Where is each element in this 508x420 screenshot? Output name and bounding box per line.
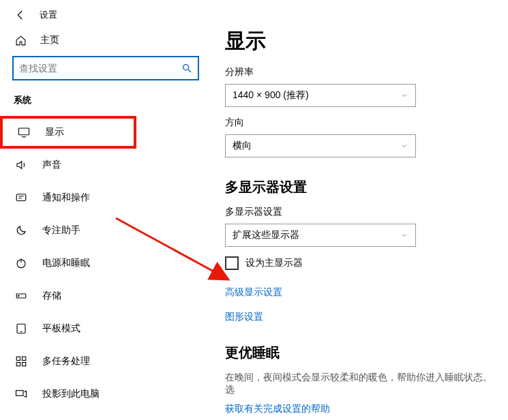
app-title: 设置 [40, 9, 57, 21]
topbar: 设置 [0, 0, 211, 27]
search-box[interactable] [12, 56, 199, 80]
nav-sound[interactable]: 声音 [0, 149, 211, 181]
multi-label: 多显示器设置 [225, 206, 494, 218]
arrow-left-icon [14, 9, 27, 21]
checkbox-icon[interactable] [225, 256, 239, 270]
nav-label: 通知和操作 [42, 192, 90, 204]
section-title: 系统 [0, 94, 211, 112]
nav-focus[interactable]: 专注助手 [0, 214, 211, 247]
chevron-down-icon [400, 142, 408, 150]
multi-heading: 多显示器设置 [225, 178, 494, 196]
multitask-icon [15, 355, 27, 368]
nav-label: 投影到此电脑 [42, 388, 100, 400]
sleep-heading: 更优睡眠 [225, 344, 494, 362]
sidebar: 设置 主页 系统 显示 声音 通知和操作 [0, 0, 211, 420]
main-display-checkbox-row[interactable]: 设为主显示器 [225, 256, 494, 270]
resolution-label: 分辨率 [225, 66, 494, 78]
nav-label: 显示 [45, 126, 64, 138]
nav-tablet[interactable]: 平板模式 [0, 312, 211, 345]
nav-label: 声音 [42, 159, 61, 171]
home-nav[interactable]: 主页 [0, 27, 211, 56]
nav-label: 专注助手 [42, 224, 80, 237]
resolution-select[interactable]: 1440 × 900 (推荐) [225, 84, 416, 107]
search-icon [181, 63, 192, 74]
checkbox-label: 设为主显示器 [245, 257, 303, 269]
nav-notifications[interactable]: 通知和操作 [0, 181, 211, 214]
nav-project[interactable]: 投影到此电脑 [0, 378, 211, 410]
main-content: 显示 分辨率 1440 × 900 (推荐) 方向 横向 多显示器设置 多显示器… [211, 0, 508, 420]
svg-rect-11 [16, 391, 24, 396]
link-sleep-help[interactable]: 获取有关完成设置的帮助 [225, 403, 494, 415]
home-icon [15, 35, 27, 46]
orientation-value: 横向 [233, 140, 252, 152]
multi-select[interactable]: 扩展这些显示器 [225, 224, 416, 247]
resolution-value: 1440 × 900 (推荐) [233, 89, 309, 102]
monitor-icon [18, 126, 30, 138]
tablet-icon [15, 322, 27, 335]
nav-storage[interactable]: 存储 [0, 280, 211, 312]
svg-rect-7 [16, 357, 20, 360]
svg-point-5 [18, 295, 20, 297]
nav-label: 平板模式 [42, 322, 80, 335]
svg-rect-1 [19, 128, 29, 135]
chevron-down-icon [400, 91, 408, 100]
notification-icon [15, 192, 27, 204]
svg-rect-8 [23, 357, 26, 360]
back-button[interactable] [12, 7, 29, 23]
svg-rect-2 [16, 194, 26, 201]
nav-multitask[interactable]: 多任务处理 [0, 345, 211, 378]
svg-rect-9 [16, 363, 20, 366]
nav-label: 存储 [42, 290, 61, 302]
project-icon [15, 388, 27, 400]
nav-label: 多任务处理 [42, 355, 90, 368]
nav-label: 电源和睡眠 [42, 257, 90, 269]
moon-icon [15, 224, 27, 237]
nav-display[interactable]: 显示 [0, 116, 136, 149]
link-advanced-display[interactable]: 高级显示设置 [225, 286, 494, 299]
search-input[interactable] [19, 63, 181, 74]
svg-point-0 [183, 65, 189, 70]
orientation-label: 方向 [225, 117, 494, 129]
storage-icon [15, 290, 27, 302]
sleep-description: 在晚间，夜间模式会显示较柔和的暖色，帮助你进入睡眠状态。选 [225, 372, 494, 396]
link-graphics-settings[interactable]: 图形设置 [225, 311, 494, 323]
sound-icon [15, 159, 27, 171]
multi-value: 扩展这些显示器 [233, 229, 299, 241]
chevron-down-icon [400, 231, 408, 239]
home-label: 主页 [40, 34, 59, 46]
nav-power[interactable]: 电源和睡眠 [0, 247, 211, 280]
orientation-select[interactable]: 横向 [225, 134, 416, 158]
power-icon [15, 257, 27, 269]
nav-list: 显示 声音 通知和操作 专注助手 电源和睡眠 存储 [0, 116, 211, 410]
page-title: 显示 [225, 27, 494, 55]
svg-rect-10 [23, 363, 26, 366]
